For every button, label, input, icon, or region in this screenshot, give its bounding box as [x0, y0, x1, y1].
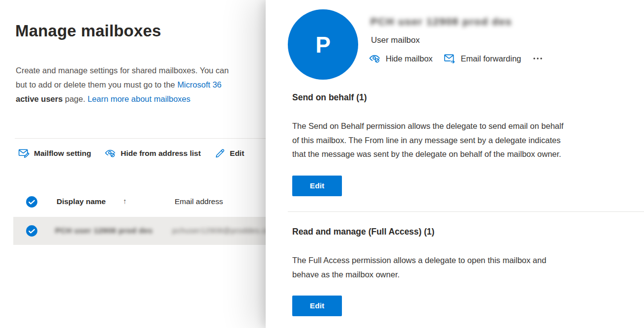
mailflow-icon: [18, 147, 30, 159]
more-horizontal-icon: [532, 53, 544, 64]
select-all-checkbox[interactable]: [26, 196, 38, 208]
hide-from-address-list-label: Hide from address list: [121, 149, 201, 158]
edit-read-and-manage-button[interactable]: Edit: [292, 296, 342, 316]
row-display-name-blurred: PCH user 12908 prod des: [55, 226, 153, 235]
column-header-email[interactable]: Email address: [175, 197, 223, 206]
edit-toolbar-button[interactable]: Edit: [214, 148, 244, 159]
avatar: P: [288, 9, 358, 80]
description-line-3: active users page. Learn more about mail…: [16, 92, 229, 106]
learn-more-link[interactable]: Learn more about mailboxes: [88, 94, 190, 103]
send-on-behalf-heading: Send on behalf (1): [292, 92, 367, 103]
edit-send-on-behalf-button[interactable]: Edit: [292, 176, 342, 196]
page-description: Create and manage settings for shared ma…: [16, 63, 229, 106]
microsoft-365-link[interactable]: Microsoft 36: [177, 80, 221, 89]
sort-ascending-icon[interactable]: ↑: [123, 197, 127, 205]
read-and-manage-description: The Full Access permission allows a dele…: [292, 253, 546, 281]
page-title: Manage mailboxes: [15, 22, 161, 40]
row-checkbox[interactable]: [26, 225, 38, 237]
more-actions-button[interactable]: [532, 53, 544, 64]
manage-mailboxes-page: Manage mailboxes Create and manage setti…: [0, 0, 644, 328]
hide-mailbox-button[interactable]: Hide mailbox: [368, 52, 432, 65]
edit-pencil-icon: [214, 148, 226, 159]
row-email-blurred: pchuser12908@proddes.com: [172, 226, 277, 235]
hide-from-address-list-button[interactable]: Hide from address list: [104, 147, 201, 159]
avatar-initial: P: [315, 31, 331, 58]
hide-mailbox-label: Hide mailbox: [386, 54, 432, 63]
description-line-1: Create and manage settings for shared ma…: [16, 63, 229, 78]
description-line-2: but to add or delete them you must go to…: [16, 78, 229, 92]
read-and-manage-heading: Read and manage (Full Access) (1): [292, 227, 434, 237]
send-on-behalf-description: The Send on Behalf permission allows the…: [292, 119, 563, 161]
column-header-display-name[interactable]: Display name: [57, 197, 106, 206]
mailbox-type-label: User mailbox: [371, 35, 420, 45]
panel-quick-actions: Hide mailbox Email forwarding: [368, 52, 544, 65]
hide-mailbox-icon: [368, 52, 381, 65]
command-bar: Mailflow setting Hide from address list: [18, 147, 244, 159]
hide-from-address-list-icon: [104, 147, 117, 159]
mailflow-setting-label: Mailflow setting: [34, 149, 91, 158]
email-forwarding-icon: [443, 52, 456, 65]
email-forwarding-label: Email forwarding: [460, 54, 521, 63]
mailflow-setting-button[interactable]: Mailflow setting: [18, 147, 91, 159]
panel-display-name-blurred: PCH user 12908 prod des: [370, 16, 512, 28]
email-forwarding-button[interactable]: Email forwarding: [443, 52, 521, 65]
edit-toolbar-label: Edit: [230, 149, 244, 158]
panel-section-divider: [288, 211, 644, 212]
mailbox-details-panel: P PCH user 12908 prod des User mailbox H…: [266, 0, 644, 328]
